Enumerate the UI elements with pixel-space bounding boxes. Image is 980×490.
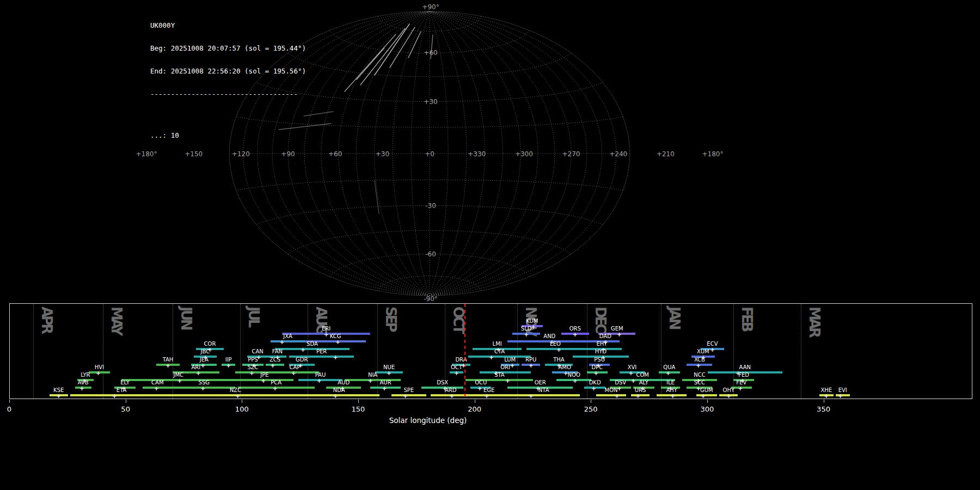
peak-marker: +: [249, 370, 254, 376]
shower-label: GDR: [296, 357, 308, 363]
shower-label: SLD: [521, 326, 532, 332]
shower-label: DSX: [437, 379, 448, 385]
peak-marker: +: [298, 362, 303, 368]
shower-label: CAN: [252, 348, 263, 354]
shower-label: JPE: [260, 372, 268, 378]
peak-marker: +: [57, 393, 61, 399]
peak-marker: +: [340, 385, 345, 391]
shower-label: KUM: [526, 318, 538, 324]
peak-marker: +: [531, 324, 535, 330]
shower-label: ALY: [639, 379, 648, 385]
lat-label: -60: [425, 250, 436, 258]
timeline-plot-area: APRMAYJUNJULAUGSEPOCTNOVDECJANFEBMARKUM+…: [9, 303, 972, 399]
peak-marker: +: [635, 393, 640, 399]
peak-marker: +: [196, 370, 200, 376]
peak-marker: +: [489, 354, 493, 360]
peak-marker: +: [603, 339, 608, 345]
shower-label: EGE: [483, 387, 494, 393]
shower-label: OCT: [451, 364, 462, 370]
lon-label: +210: [657, 150, 675, 158]
peak-marker: +: [596, 362, 601, 368]
meteor-trail: [360, 28, 405, 85]
peak-marker: +: [601, 347, 605, 353]
lon-label: +240: [609, 150, 627, 158]
shower-label: LUM: [504, 357, 516, 363]
peak-marker: +: [710, 347, 714, 353]
peak-marker: +: [617, 332, 621, 338]
peak-marker: +: [701, 393, 705, 399]
lat-label: -90°: [424, 295, 438, 303]
peak-marker: +: [96, 370, 100, 376]
shower-bar-gum: [696, 394, 717, 396]
peak-marker: +: [333, 354, 338, 360]
peak-marker: +: [668, 385, 672, 391]
shower-label: XVI: [628, 364, 637, 370]
peak-marker: +: [696, 362, 701, 368]
shower-label: THA: [553, 357, 564, 363]
peak-marker: +: [207, 347, 212, 353]
lon-label: +0: [425, 150, 434, 158]
axis-tick-label: 250: [584, 405, 598, 413]
axis-tick: [9, 400, 10, 403]
shower-label: MON: [605, 387, 618, 393]
peak-marker: +: [261, 378, 266, 384]
month-gridline: [587, 304, 587, 399]
axis-tick: [358, 400, 359, 403]
peak-marker: +: [333, 393, 338, 399]
peak-marker: +: [671, 393, 675, 399]
month-gridline: [517, 304, 518, 399]
peak-marker: +: [177, 378, 182, 384]
shower-bar-nta: [507, 394, 579, 396]
axis-tick: [242, 400, 242, 403]
peak-marker: +: [564, 370, 568, 376]
peak-marker: +: [112, 393, 117, 399]
month-label-sep: SEP: [383, 307, 399, 330]
sky-map: +180°+150+120+90+60+30+0+330+300+270+240…: [0, 0, 980, 303]
spacer: [150, 113, 306, 117]
info-panel: UK000Y Beg: 20251008 20:07:57 (sol = 195…: [150, 7, 306, 147]
month-gridline: [173, 304, 173, 399]
shower-label: ERI: [322, 326, 330, 332]
peak-marker: +: [573, 332, 577, 338]
shower-label: ARI: [191, 364, 200, 370]
peak-marker: +: [594, 370, 598, 376]
meteor-trail: [357, 48, 384, 79]
shower-label: NOO: [568, 372, 580, 378]
peak-marker: +: [505, 378, 510, 384]
shower-bar-sda: [275, 348, 350, 350]
peak-marker: +: [536, 385, 540, 391]
shower-bar-spe: [391, 394, 426, 396]
shower-label: GEM: [611, 326, 623, 332]
axis-tick-label: 350: [817, 405, 830, 413]
peak-marker: +: [203, 354, 207, 360]
month-gridline: [801, 304, 801, 399]
lat-label: +90°: [422, 3, 439, 11]
peak-marker: +: [524, 332, 528, 338]
peak-marker: +: [640, 385, 645, 391]
peak-marker: +: [601, 354, 605, 360]
peak-marker: +: [615, 393, 619, 399]
peak-marker: +: [726, 393, 731, 399]
month-gridline: [33, 304, 34, 399]
shower-label: SDA: [307, 341, 318, 347]
shower-label: ECV: [707, 341, 718, 347]
peak-marker: +: [629, 370, 633, 376]
shower-label: COM: [636, 372, 648, 378]
shower-label: SPE: [403, 387, 414, 393]
shower-bar-zcs: [266, 364, 284, 366]
shower-label: COR: [204, 341, 216, 347]
shower-label: DSV: [615, 379, 626, 385]
axis-tick-label: 150: [352, 405, 365, 413]
shower-label: JXA: [283, 333, 292, 339]
meteor-count: ...: 10: [150, 132, 306, 139]
lon-label: +150: [185, 150, 203, 158]
peak-marker: +: [496, 347, 500, 353]
lon-label: +30: [376, 150, 389, 158]
shower-label: AUD: [338, 379, 350, 385]
shower-label: XUM: [697, 348, 709, 354]
peak-marker: +: [824, 393, 829, 399]
axis-tick-label: 200: [468, 405, 481, 413]
peak-marker: +: [275, 354, 279, 360]
peak-marker: +: [736, 370, 740, 376]
peak-marker: +: [477, 385, 482, 391]
